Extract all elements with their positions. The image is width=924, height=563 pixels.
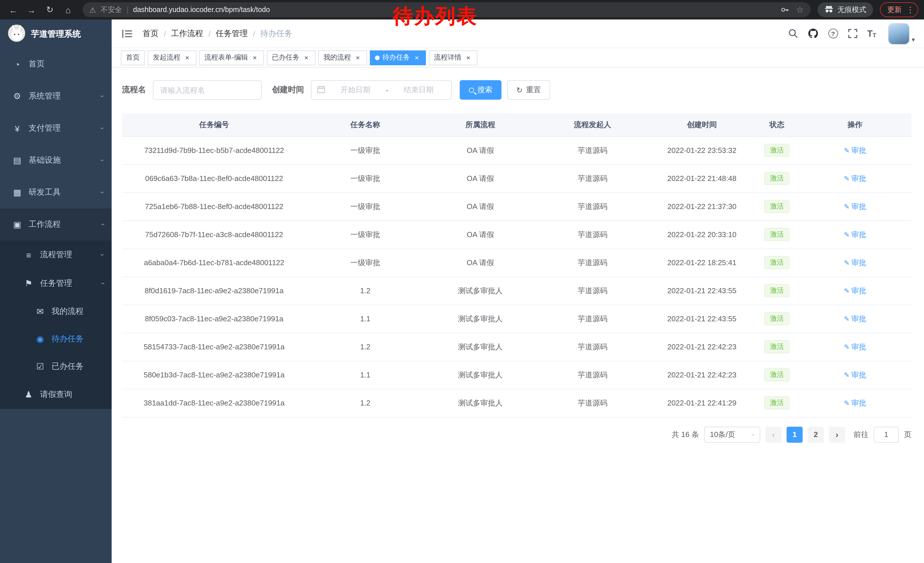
table-row: 58154733-7ac8-11ec-a9e2-a2380e71991a1.2测…	[122, 333, 911, 361]
sidebar-item-todo-tasks[interactable]: ◉待办任务	[0, 325, 112, 353]
tab-process-detail[interactable]: 流程详情×	[429, 50, 477, 65]
page-size-select[interactable]: 10条/页 ›	[704, 426, 760, 443]
cell-process: OA 请假	[424, 249, 536, 277]
prev-page-button[interactable]: ‹	[765, 426, 782, 443]
cell-process: 测试多审批人	[424, 305, 536, 333]
table-row: 580e1b3d-7ac8-11ec-a9e2-a2380e71991a1.1测…	[122, 361, 911, 389]
tab-start-process[interactable]: 发起流程×	[148, 50, 196, 65]
update-button[interactable]: 更新 ⋮	[880, 2, 918, 17]
cell-process: 测试多审批人	[424, 277, 536, 305]
cell-task-name: 1.1	[306, 361, 424, 389]
approve-link[interactable]: ✎审批	[844, 314, 866, 324]
close-icon[interactable]: ×	[251, 54, 259, 62]
close-icon[interactable]: ×	[464, 54, 472, 62]
column-header: 创建时间	[649, 113, 755, 136]
user-menu[interactable]: ▾	[888, 23, 915, 44]
page-2-button[interactable]: 2	[808, 426, 824, 443]
sidebar-collapse-icon[interactable]	[121, 27, 134, 40]
sidebar-item-payment-management[interactable]: ¥支付管理›	[0, 112, 112, 144]
approve-link[interactable]: ✎审批	[844, 145, 866, 156]
goto-unit-label: 页	[904, 429, 911, 440]
cell-created-time: 2022-01-21 22:43:55	[649, 305, 755, 333]
close-icon[interactable]: ×	[413, 54, 421, 62]
tags-view: 首页发起流程×流程表单-编辑×已办任务×我的流程×待办任务×流程详情×	[112, 48, 924, 68]
fullscreen-icon[interactable]	[848, 29, 857, 38]
sidebar-item-leave-query[interactable]: ♟请假查询	[0, 380, 112, 409]
cell-created-time: 2022-01-21 22:41:29	[649, 389, 755, 417]
search-button[interactable]: 搜索	[460, 80, 501, 100]
table-body: 73211d9d-7b9b-11ec-b5b7-acde48001122一级审批…	[122, 136, 911, 417]
password-key-icon[interactable]	[780, 5, 789, 14]
date-range-picker[interactable]: 开始日期 - 结束日期	[311, 80, 452, 100]
tab-todo-tasks[interactable]: 待办任务×	[370, 50, 426, 65]
sidebar-item-task-management[interactable]: ⚑任务管理›	[0, 269, 112, 298]
edit-icon: ✎	[844, 146, 850, 155]
bookmark-star-icon[interactable]: ☆	[796, 5, 804, 15]
edit-icon: ✎	[844, 399, 850, 407]
breadcrumb-item-current: 待办任务	[260, 29, 292, 39]
approve-link[interactable]: ✎审批	[844, 285, 866, 296]
approve-link[interactable]: ✎审批	[844, 173, 866, 183]
sidebar-item-my-process[interactable]: ✉我的流程	[0, 298, 112, 325]
home-icon[interactable]: ⌂	[61, 2, 76, 17]
status-badge: 激活	[764, 396, 789, 410]
table-row: a6aba0a4-7b6d-11ec-b781-acde48001122一级审批…	[122, 249, 911, 277]
sidebar-item-home[interactable]: ◔首页	[0, 48, 112, 80]
chevron-up-icon: ›	[99, 224, 106, 226]
close-icon[interactable]: ×	[302, 54, 310, 62]
approve-link[interactable]: ✎审批	[844, 398, 866, 408]
cell-task-name: 1.2	[306, 277, 424, 305]
tab-my-process[interactable]: 我的流程×	[318, 50, 367, 65]
help-icon[interactable]: ?	[828, 29, 838, 38]
search-magnifier-icon	[469, 87, 474, 93]
column-header: 流程发起人	[536, 113, 649, 136]
next-page-button[interactable]: ›	[829, 426, 845, 443]
incognito-icon	[824, 5, 834, 15]
app-logo[interactable]: 芋道管理系统	[0, 20, 112, 48]
sidebar-item-done-tasks[interactable]: ☑已办任务	[0, 353, 112, 380]
search-icon[interactable]	[788, 29, 798, 38]
page-1-button[interactable]: 1	[787, 426, 802, 443]
approve-link[interactable]: ✎审批	[844, 257, 866, 268]
cell-initiator: 芋道源码	[536, 389, 649, 417]
sidebar-item-workflow[interactable]: ▣工作流程›	[0, 209, 112, 240]
warning-icon: ⚠	[89, 6, 96, 14]
top-navbar: 首页 / 工作流程 / 任务管理 / 待办任务 ? TT ▾	[112, 20, 924, 48]
sidebar-item-system-management[interactable]: ⚙系统管理›	[0, 80, 112, 112]
reload-icon[interactable]: ↻	[42, 2, 57, 17]
approve-link[interactable]: ✎审批	[844, 342, 866, 352]
infrastructure-icon: ▤	[12, 155, 23, 165]
breadcrumb-item-workflow[interactable]: 工作流程	[171, 29, 203, 39]
approve-link[interactable]: ✎审批	[844, 370, 866, 380]
sidebar-menu: ◔首页⚙系统管理›¥支付管理›▤基础设施›▦研发工具›▣工作流程›≡流程管理›⚑…	[0, 48, 112, 409]
column-header: 所属流程	[424, 113, 536, 136]
sidebar-item-process-management[interactable]: ≡流程管理›	[0, 240, 112, 269]
font-size-icon[interactable]: TT	[867, 29, 876, 38]
process-name-label: 流程名	[122, 85, 146, 95]
forward-icon[interactable]: →	[24, 2, 39, 17]
filter-bar: 流程名 创建时间 开始日期 - 结束日期 搜索 ↻ 重置	[122, 80, 914, 100]
approve-link[interactable]: ✎审批	[844, 230, 866, 240]
kebab-menu-icon[interactable]: ⋮	[905, 5, 915, 14]
tab-home[interactable]: 首页	[121, 50, 145, 65]
github-icon[interactable]	[807, 28, 818, 39]
table-row: 069c6a63-7b8a-11ec-8ef0-acde48001122一级审批…	[122, 164, 911, 192]
goto-page-input[interactable]	[874, 426, 899, 443]
tab-form-edit[interactable]: 流程表单-编辑×	[199, 50, 264, 65]
breadcrumb-item-home[interactable]: 首页	[142, 29, 159, 39]
approve-link[interactable]: ✎审批	[844, 201, 866, 212]
gear-icon: ⚙	[12, 91, 23, 101]
chevron-down-icon: ›	[99, 95, 106, 98]
avatar[interactable]	[888, 23, 910, 44]
close-icon[interactable]: ×	[354, 54, 362, 62]
sidebar-item-infrastructure[interactable]: ▤基础设施›	[0, 144, 112, 176]
sidebar-item-dev-tools[interactable]: ▦研发工具›	[0, 176, 112, 209]
reset-button[interactable]: ↻ 重置	[507, 80, 550, 100]
close-icon[interactable]: ×	[183, 54, 191, 62]
back-icon[interactable]: ←	[6, 2, 21, 17]
tab-done-tasks[interactable]: 已办任务×	[267, 50, 315, 65]
process-name-input[interactable]	[153, 80, 262, 100]
flag-icon: ⚑	[23, 278, 34, 289]
breadcrumb-item-task-management[interactable]: 任务管理	[216, 29, 248, 39]
cell-process: OA 请假	[424, 136, 536, 164]
